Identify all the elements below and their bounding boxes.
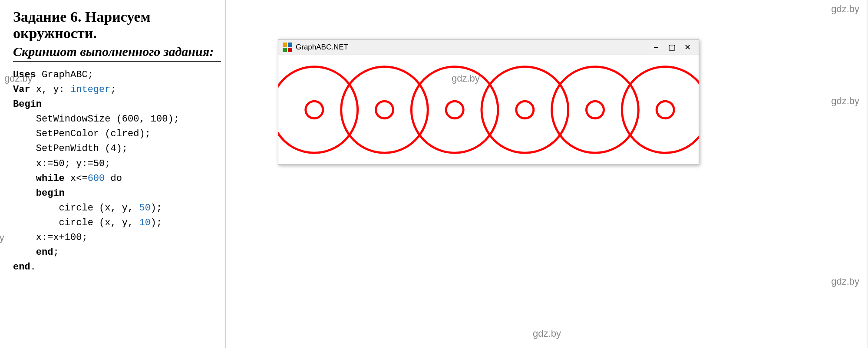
kw-begin-main: Begin <box>13 99 42 110</box>
window-content <box>278 55 699 164</box>
code-line-4: SetWindowSize (600, 100); <box>13 112 221 127</box>
window-controls[interactable]: – ▢ ✕ <box>649 42 694 53</box>
code-line-11: circle (x, y, 10); <box>13 216 221 230</box>
code-line-9: begin <box>13 186 221 201</box>
code-line-14: end. <box>13 260 221 275</box>
right-section: gdz.by gdz.by gdz.by gdz.by Grap <box>226 0 868 348</box>
svg-point-10 <box>482 67 568 153</box>
maximize-button[interactable]: ▢ <box>665 42 679 53</box>
code-line-2: Var x, y: integer; <box>13 82 221 97</box>
svg-rect-3 <box>288 48 292 52</box>
code-line-13: end; <box>13 245 221 260</box>
watermark-bottom-right2: gdz.by <box>831 276 859 287</box>
type-integer: integer <box>70 84 110 95</box>
svg-point-11 <box>516 101 534 118</box>
svg-point-7 <box>376 101 393 118</box>
code-line-12-container: gdz.by x:=x+100; <box>13 230 221 245</box>
graphabc-icon <box>283 43 292 52</box>
page: Задание 6. Нарисуем окружности. Скриншот… <box>0 0 868 348</box>
svg-point-12 <box>552 67 639 153</box>
code-line-6: SetPenWidth (4); <box>13 141 221 156</box>
kw-begin-loop: begin <box>36 188 65 199</box>
window-title-left: GraphABC.NET <box>283 43 348 52</box>
code-line-7: x:=50; y:=50; <box>13 157 221 171</box>
num-50: 50 <box>139 203 150 213</box>
code-block: Uses GraphABC; Var x, y: integer; Begin … <box>13 68 221 275</box>
minimize-button[interactable]: – <box>649 42 663 53</box>
svg-point-14 <box>622 67 699 153</box>
close-button[interactable]: ✕ <box>680 42 694 53</box>
svg-rect-1 <box>288 43 292 47</box>
svg-point-4 <box>278 67 358 153</box>
task-title-bold: Задание 6. <box>13 9 81 25</box>
task-title: Задание 6. Нарисуем окружности. <box>13 9 221 42</box>
code-line-10: circle (x, y, 50); <box>13 201 221 216</box>
graphabc-window: GraphABC.NET – ▢ ✕ <box>278 39 699 165</box>
code-line-3: Begin <box>13 97 221 112</box>
svg-point-5 <box>306 101 323 118</box>
svg-point-9 <box>446 101 463 118</box>
svg-point-15 <box>657 101 674 118</box>
code-line-8: while x<=600 do <box>13 171 221 186</box>
code-line-1: Uses GraphABC; <box>13 68 221 82</box>
num-600: 600 <box>88 173 105 184</box>
watermark-code-top: gdz.by <box>4 73 33 84</box>
svg-point-6 <box>341 67 428 153</box>
window-titlebar: GraphABC.NET – ▢ ✕ <box>278 39 699 55</box>
svg-point-13 <box>587 101 604 118</box>
circles-svg <box>278 55 699 164</box>
window-title-text: GraphABC.NET <box>296 43 348 52</box>
kw-end-loop: end <box>36 247 53 258</box>
kw-end-main: end <box>13 262 30 272</box>
task-subtitle: Скриншот выполненного задания: <box>13 44 221 62</box>
watermark-top-right: gdz.by <box>831 3 859 15</box>
watermark-mid-right: gdz.by <box>831 95 859 107</box>
svg-rect-0 <box>283 43 287 47</box>
watermark-code-mid: gdz.by <box>0 230 4 245</box>
code-line-5: SetPenColor (clred); <box>13 127 221 141</box>
watermark-bottom-center: gdz.by <box>533 328 561 339</box>
kw-var: Var <box>13 84 30 95</box>
watermark-code-area: gdz.by <box>452 73 480 84</box>
svg-rect-2 <box>283 48 287 52</box>
num-10: 10 <box>139 217 150 228</box>
kw-while: while <box>36 173 65 184</box>
code-section: Задание 6. Нарисуем окружности. Скриншот… <box>0 0 226 348</box>
